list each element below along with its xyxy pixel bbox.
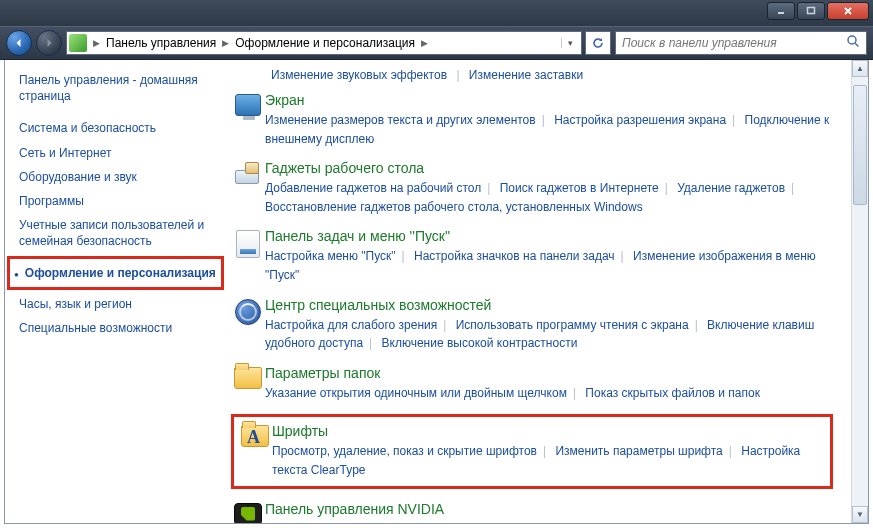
- refresh-button[interactable]: [585, 31, 611, 55]
- chevron-right-icon: ▶: [91, 38, 102, 48]
- section-links: Изменение размеров текста и других элеме…: [265, 111, 833, 148]
- section-body: Панель управления NVIDIA: [265, 501, 833, 523]
- section-folders: Параметры папокУказание открытия одиночн…: [231, 365, 833, 403]
- nvidia-icon: [231, 501, 265, 523]
- section-title[interactable]: Экран: [265, 92, 833, 108]
- maximize-button[interactable]: [797, 2, 825, 20]
- link-screensaver[interactable]: Изменение заставки: [469, 68, 583, 82]
- address-bar[interactable]: ▶ Панель управления ▶ Оформление и персо…: [66, 31, 582, 55]
- sidebar-item[interactable]: Часы, язык и регион: [19, 292, 219, 316]
- chevron-right-icon: ▶: [419, 38, 430, 48]
- section-body: Панель задач и меню ''Пуск''Настройка ме…: [265, 228, 833, 284]
- section-title[interactable]: Панель управления NVIDIA: [265, 501, 833, 517]
- section-link[interactable]: Добавление гаджетов на рабочий стол: [265, 181, 481, 195]
- sidebar-home-link[interactable]: Панель управления - домашняя страница: [19, 72, 219, 104]
- control-panel-icon: [69, 34, 87, 52]
- section-link[interactable]: Просмотр, удаление, показ и скрытие шриф…: [272, 444, 537, 458]
- ease-icon: [231, 297, 265, 353]
- breadcrumb-seg-2[interactable]: Оформление и персонализация: [231, 36, 419, 50]
- separator: |: [621, 249, 624, 263]
- section-ease: Центр специальных возможностейНастройка …: [231, 297, 833, 353]
- fonts-icon: [238, 423, 272, 479]
- gadgets-icon: [231, 160, 265, 216]
- section-link[interactable]: Указание открытия одиночным или двойным …: [265, 386, 567, 400]
- search-icon: [846, 34, 860, 52]
- section-title[interactable]: Шрифты: [272, 423, 826, 439]
- scroll-down-button[interactable]: ▼: [852, 506, 868, 523]
- section-title[interactable]: Гаджеты рабочего стола: [265, 160, 833, 176]
- vertical-scrollbar[interactable]: ▲ ▼: [851, 60, 868, 523]
- svg-line-5: [855, 43, 859, 47]
- section-nvidia: Панель управления NVIDIA: [231, 501, 833, 523]
- sidebar-item[interactable]: Специальные возможности: [19, 316, 219, 340]
- taskbar-icon: [231, 228, 265, 284]
- main-content: Изменение звуковых эффектов | Изменение …: [227, 60, 851, 523]
- link-sound-effects[interactable]: Изменение звуковых эффектов: [271, 68, 447, 82]
- chevron-right-icon: ▶: [220, 38, 231, 48]
- separator: |: [443, 318, 446, 332]
- separator: |: [791, 181, 794, 195]
- section-taskbar: Панель задач и меню ''Пуск''Настройка ме…: [231, 228, 833, 284]
- section-body: ШрифтыПросмотр, удаление, показ и скрыти…: [272, 423, 826, 479]
- sidebar-item[interactable]: Программы: [19, 189, 219, 213]
- close-button[interactable]: [827, 2, 869, 20]
- scroll-up-button[interactable]: ▲: [852, 60, 868, 77]
- svg-rect-1: [808, 8, 815, 14]
- svg-point-4: [848, 36, 856, 44]
- separator: |: [695, 318, 698, 332]
- sidebar-item[interactable]: Сеть и Интернет: [19, 141, 219, 165]
- sidebar-item[interactable]: Оборудование и звук: [19, 165, 219, 189]
- folders-icon: [231, 365, 265, 403]
- section-title[interactable]: Центр специальных возможностей: [265, 297, 833, 313]
- section-links: Настройка меню "Пуск"| Настройка значков…: [265, 247, 833, 284]
- control-panel-window: ▶ Панель управления ▶ Оформление и персо…: [0, 0, 873, 528]
- content-area: Панель управления - домашняя страница Си…: [4, 60, 869, 524]
- section-body: Гаджеты рабочего столаДобавление гаджето…: [265, 160, 833, 216]
- section-link[interactable]: Настройка меню "Пуск": [265, 249, 396, 263]
- back-button[interactable]: [6, 30, 32, 56]
- section-links: Просмотр, удаление, показ и скрытие шриф…: [272, 442, 826, 479]
- section-link[interactable]: Изменить параметры шрифта: [555, 444, 722, 458]
- sidebar-item[interactable]: Система и безопасность: [19, 116, 219, 140]
- section-links: Добавление гаджетов на рабочий стол| Пои…: [265, 179, 833, 216]
- breadcrumb-seg-1[interactable]: Панель управления: [102, 36, 220, 50]
- section-link[interactable]: Настройка значков на панели задач: [414, 249, 615, 263]
- separator: |: [402, 249, 405, 263]
- section-link[interactable]: Настройка разрешения экрана: [554, 113, 726, 127]
- section-title[interactable]: Параметры папок: [265, 365, 833, 381]
- section-link[interactable]: Удаление гаджетов: [677, 181, 785, 195]
- section-title[interactable]: Панель задач и меню ''Пуск'': [265, 228, 833, 244]
- section-links: Указание открытия одиночным или двойным …: [265, 384, 833, 403]
- separator: |: [729, 444, 732, 458]
- sidebar-item-current[interactable]: ●Оформление и персонализация: [7, 256, 224, 290]
- window-buttons: [767, 2, 869, 20]
- separator: |: [456, 68, 459, 82]
- search-box[interactable]: [615, 31, 867, 55]
- section-display: ЭкранИзменение размеров текста и других …: [231, 92, 833, 148]
- titlebar: [0, 0, 873, 26]
- section-body: Центр специальных возможностейНастройка …: [265, 297, 833, 353]
- separator: |: [732, 113, 735, 127]
- section-body: ЭкранИзменение размеров текста и других …: [265, 92, 833, 148]
- section-link[interactable]: Изменение размеров текста и других элеме…: [265, 113, 536, 127]
- section-link[interactable]: Показ скрытых файлов и папок: [585, 386, 760, 400]
- minimize-button[interactable]: [767, 2, 795, 20]
- scroll-thumb[interactable]: [853, 85, 867, 205]
- section-link[interactable]: Включение высокой контрастности: [382, 336, 578, 350]
- separator: |: [369, 336, 372, 350]
- forward-button[interactable]: [36, 30, 62, 56]
- separator: |: [542, 113, 545, 127]
- section-links: Настройка для слабого зрения| Использова…: [265, 316, 833, 353]
- display-icon: [231, 92, 265, 148]
- scroll-track[interactable]: [852, 77, 868, 506]
- search-input[interactable]: [622, 36, 846, 50]
- section-link[interactable]: Настройка для слабого зрения: [265, 318, 437, 332]
- address-dropdown[interactable]: ▾: [561, 38, 579, 48]
- section-link[interactable]: Использовать программу чтения с экрана: [456, 318, 689, 332]
- navbar: ▶ Панель управления ▶ Оформление и персо…: [0, 26, 873, 60]
- separator: |: [543, 444, 546, 458]
- section-gadgets: Гаджеты рабочего столаДобавление гаджето…: [231, 160, 833, 216]
- sidebar-item[interactable]: Учетные записи пользователей и семейная …: [19, 213, 219, 253]
- section-link[interactable]: Поиск гаджетов в Интернете: [500, 181, 659, 195]
- section-link[interactable]: Восстановление гаджетов рабочего стола, …: [265, 200, 643, 214]
